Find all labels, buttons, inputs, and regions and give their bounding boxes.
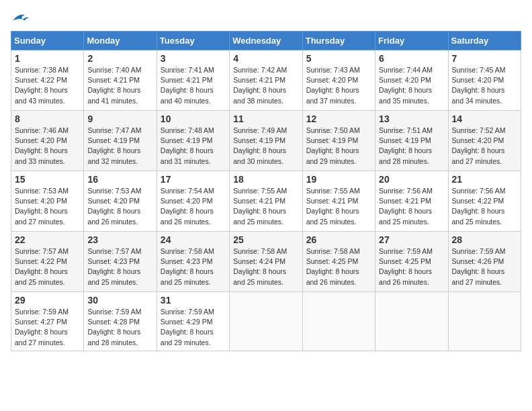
day-number: 1 (15, 53, 80, 64)
day-info: Sunrise: 7:53 AMSunset: 4:20 PMDaylight:… (15, 186, 80, 227)
calendar-cell: 10Sunrise: 7:48 AMSunset: 4:19 PMDayligh… (157, 111, 229, 171)
day-info: Sunrise: 7:49 AMSunset: 4:19 PMDaylight:… (233, 126, 298, 167)
day-number: 8 (15, 113, 80, 124)
day-info: Sunrise: 7:59 AMSunset: 4:29 PMDaylight:… (161, 307, 226, 348)
calendar-cell (230, 292, 302, 351)
day-number: 4 (233, 53, 298, 64)
weekday-header: Monday (84, 32, 157, 50)
calendar-cell: 19Sunrise: 7:55 AMSunset: 4:21 PMDayligh… (302, 171, 375, 232)
day-info: Sunrise: 7:53 AMSunset: 4:20 PMDaylight:… (87, 186, 152, 227)
calendar-cell (375, 292, 448, 351)
weekday-header: Saturday (448, 32, 521, 50)
day-number: 20 (379, 174, 444, 185)
calendar-cell: 1Sunrise: 7:38 AMSunset: 4:22 PMDaylight… (11, 50, 84, 111)
day-info: Sunrise: 7:52 AMSunset: 4:20 PMDaylight:… (452, 126, 517, 167)
day-number: 12 (306, 113, 371, 124)
day-info: Sunrise: 7:57 AMSunset: 4:22 PMDaylight:… (15, 246, 80, 287)
calendar-cell: 28Sunrise: 7:59 AMSunset: 4:26 PMDayligh… (448, 232, 521, 292)
day-number: 9 (87, 113, 152, 124)
calendar-cell: 26Sunrise: 7:58 AMSunset: 4:25 PMDayligh… (302, 232, 375, 292)
day-number: 22 (15, 234, 80, 245)
calendar-cell: 17Sunrise: 7:54 AMSunset: 4:20 PMDayligh… (157, 171, 229, 232)
calendar-cell: 3Sunrise: 7:41 AMSunset: 4:21 PMDaylight… (157, 50, 229, 111)
calendar-cell: 18Sunrise: 7:55 AMSunset: 4:21 PMDayligh… (230, 171, 302, 232)
day-number: 6 (379, 53, 444, 64)
day-number: 5 (306, 53, 371, 64)
weekday-header: Thursday (302, 32, 375, 50)
weekday-header: Wednesday (230, 32, 302, 50)
day-info: Sunrise: 7:55 AMSunset: 4:21 PMDaylight:… (233, 186, 298, 227)
day-info: Sunrise: 7:40 AMSunset: 4:21 PMDaylight:… (87, 65, 152, 106)
calendar-cell: 4Sunrise: 7:42 AMSunset: 4:21 PMDaylight… (230, 50, 302, 111)
day-number: 21 (452, 174, 517, 185)
day-number: 15 (15, 174, 80, 185)
calendar-cell: 24Sunrise: 7:58 AMSunset: 4:23 PMDayligh… (157, 232, 229, 292)
calendar-cell: 20Sunrise: 7:56 AMSunset: 4:21 PMDayligh… (375, 171, 448, 232)
calendar-cell: 15Sunrise: 7:53 AMSunset: 4:20 PMDayligh… (11, 171, 84, 232)
day-info: Sunrise: 7:58 AMSunset: 4:23 PMDaylight:… (161, 246, 226, 287)
day-info: Sunrise: 7:58 AMSunset: 4:25 PMDaylight:… (306, 246, 371, 287)
day-number: 30 (87, 295, 152, 306)
day-number: 14 (452, 113, 517, 124)
weekday-header: Friday (375, 32, 448, 50)
day-number: 13 (379, 113, 444, 124)
day-info: Sunrise: 7:47 AMSunset: 4:19 PMDaylight:… (87, 126, 152, 167)
calendar-cell: 22Sunrise: 7:57 AMSunset: 4:22 PMDayligh… (11, 232, 84, 292)
calendar-cell: 16Sunrise: 7:53 AMSunset: 4:20 PMDayligh… (84, 171, 157, 232)
weekday-header: Sunday (11, 32, 84, 50)
day-number: 29 (15, 295, 80, 306)
day-info: Sunrise: 7:59 AMSunset: 4:27 PMDaylight:… (15, 307, 80, 348)
calendar-cell (448, 292, 521, 351)
calendar-cell: 6Sunrise: 7:44 AMSunset: 4:20 PMDaylight… (375, 50, 448, 111)
calendar-cell: 13Sunrise: 7:51 AMSunset: 4:19 PMDayligh… (375, 111, 448, 171)
calendar-header-row: SundayMondayTuesdayWednesdayThursdayFrid… (11, 32, 521, 50)
day-number: 11 (233, 113, 298, 124)
day-number: 16 (87, 174, 152, 185)
calendar-cell: 5Sunrise: 7:43 AMSunset: 4:20 PMDaylight… (302, 50, 375, 111)
day-info: Sunrise: 7:58 AMSunset: 4:24 PMDaylight:… (233, 246, 298, 287)
calendar-cell (302, 292, 375, 351)
day-info: Sunrise: 7:56 AMSunset: 4:21 PMDaylight:… (379, 186, 444, 227)
day-number: 27 (379, 234, 444, 245)
day-info: Sunrise: 7:38 AMSunset: 4:22 PMDaylight:… (15, 65, 80, 106)
calendar-cell: 7Sunrise: 7:45 AMSunset: 4:20 PMDaylight… (448, 50, 521, 111)
day-info: Sunrise: 7:42 AMSunset: 4:21 PMDaylight:… (233, 65, 298, 106)
calendar-cell: 2Sunrise: 7:40 AMSunset: 4:21 PMDaylight… (84, 50, 157, 111)
day-number: 19 (306, 174, 371, 185)
page-header (11, 11, 521, 26)
day-info: Sunrise: 7:51 AMSunset: 4:19 PMDaylight:… (379, 126, 444, 167)
day-number: 31 (161, 295, 226, 306)
day-info: Sunrise: 7:55 AMSunset: 4:21 PMDaylight:… (306, 186, 371, 227)
day-number: 28 (452, 234, 517, 245)
calendar-table: SundayMondayTuesdayWednesdayThursdayFrid… (11, 31, 521, 351)
day-number: 2 (87, 53, 152, 64)
calendar-cell: 29Sunrise: 7:59 AMSunset: 4:27 PMDayligh… (11, 292, 84, 351)
day-number: 18 (233, 174, 298, 185)
calendar-cell: 27Sunrise: 7:59 AMSunset: 4:25 PMDayligh… (375, 232, 448, 292)
day-number: 3 (161, 53, 226, 64)
calendar-cell: 30Sunrise: 7:59 AMSunset: 4:28 PMDayligh… (84, 292, 157, 351)
logo (11, 11, 32, 26)
day-info: Sunrise: 7:43 AMSunset: 4:20 PMDaylight:… (306, 65, 371, 106)
day-info: Sunrise: 7:46 AMSunset: 4:20 PMDaylight:… (15, 126, 80, 167)
day-number: 10 (161, 113, 226, 124)
day-number: 7 (452, 53, 517, 64)
logo-icon (11, 11, 30, 26)
day-number: 23 (87, 234, 152, 245)
calendar-cell: 12Sunrise: 7:50 AMSunset: 4:19 PMDayligh… (302, 111, 375, 171)
calendar-cell: 25Sunrise: 7:58 AMSunset: 4:24 PMDayligh… (230, 232, 302, 292)
calendar-cell: 14Sunrise: 7:52 AMSunset: 4:20 PMDayligh… (448, 111, 521, 171)
calendar-cell: 23Sunrise: 7:57 AMSunset: 4:23 PMDayligh… (84, 232, 157, 292)
day-info: Sunrise: 7:54 AMSunset: 4:20 PMDaylight:… (161, 186, 226, 227)
calendar-cell: 8Sunrise: 7:46 AMSunset: 4:20 PMDaylight… (11, 111, 84, 171)
day-info: Sunrise: 7:41 AMSunset: 4:21 PMDaylight:… (161, 65, 226, 106)
day-number: 25 (233, 234, 298, 245)
day-info: Sunrise: 7:45 AMSunset: 4:20 PMDaylight:… (452, 65, 517, 106)
calendar-cell: 11Sunrise: 7:49 AMSunset: 4:19 PMDayligh… (230, 111, 302, 171)
day-info: Sunrise: 7:48 AMSunset: 4:19 PMDaylight:… (161, 126, 226, 167)
day-number: 26 (306, 234, 371, 245)
weekday-header: Tuesday (157, 32, 229, 50)
calendar-cell: 21Sunrise: 7:56 AMSunset: 4:22 PMDayligh… (448, 171, 521, 232)
day-info: Sunrise: 7:50 AMSunset: 4:19 PMDaylight:… (306, 126, 371, 167)
day-info: Sunrise: 7:59 AMSunset: 4:25 PMDaylight:… (379, 246, 444, 287)
